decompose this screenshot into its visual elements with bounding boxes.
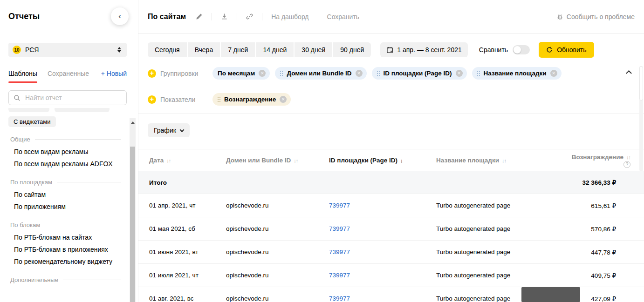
download-button[interactable] [221, 13, 228, 20]
sidebar-collapse-button[interactable]: ‹ [111, 7, 129, 25]
sidebar-title: Отчеты [8, 12, 40, 21]
cell-date: 01 июля 2021, чт [149, 272, 226, 279]
cell-page-id-link[interactable]: 739977 [329, 295, 436, 302]
chip-by-months[interactable]: По месяцам × [212, 67, 270, 80]
cell-page-id-link[interactable]: 739977 [329, 248, 436, 255]
sort-icon: ↓↑ [166, 158, 171, 163]
column-label: Домен или Bundle ID [226, 157, 291, 164]
close-icon[interactable]: × [456, 70, 463, 77]
range-14days-button[interactable]: 14 дней [255, 42, 294, 57]
save-button[interactable]: Сохранить [327, 13, 360, 20]
chart-toggle-label: График [154, 127, 176, 134]
drag-handle-icon[interactable] [477, 71, 480, 76]
sort-icon: ↓↑ [294, 158, 298, 163]
chart-toggle-button[interactable]: График [148, 123, 190, 137]
filter-chip-widgets[interactable]: С виджетами [8, 116, 56, 127]
range-today-button[interactable]: Сегодня [148, 42, 187, 57]
section-title: По блокам [10, 221, 40, 228]
report-problem-button[interactable]: Сообщить о проблеме [556, 13, 635, 20]
cell-date: 01 мая 2021, сб [149, 225, 226, 232]
close-icon[interactable]: × [280, 96, 287, 103]
section-platforms: По площадкам По сайтам По приложениям [0, 179, 138, 213]
cell-reward: 570,86 ₽ [532, 225, 644, 233]
close-icon[interactable]: × [259, 70, 266, 77]
range-30days-button[interactable]: 30 дней [294, 42, 332, 57]
cell-domain: opischevode.ru [226, 225, 329, 232]
cell-page-id-link[interactable]: 739977 [329, 272, 436, 279]
chart-toggle-row: График [138, 114, 644, 137]
drag-handle-icon[interactable] [280, 71, 283, 76]
clipped-chip[interactable] [8, 108, 49, 112]
table-header-row: Дата ↓↑ Домен или Bundle ID ↓↑ ID площад… [138, 149, 644, 171]
product-selector[interactable]: 10 РСЯ [8, 43, 127, 57]
panel-scrollbar[interactable] [639, 66, 643, 171]
section-title: Дополнительные [10, 276, 58, 283]
drag-handle-icon[interactable] [218, 97, 220, 102]
scrollbar-thumb[interactable] [130, 147, 135, 302]
column-header-date[interactable]: Дата ↓↑ [149, 157, 226, 164]
cell-date: 01 апр. 2021, чт [149, 202, 226, 209]
add-grouping-button[interactable]: + Группировки [148, 69, 212, 78]
edit-title-button[interactable] [195, 13, 203, 20]
add-metric-button[interactable]: + Показатели [148, 95, 212, 104]
divider [212, 13, 212, 20]
sidebar-item-all-ads[interactable]: По всем видам рекламы [0, 146, 138, 158]
cell-site-name: Turbo autogenerated page [436, 202, 532, 209]
range-7days-button[interactable]: 7 дней [220, 42, 255, 57]
scroll-up-icon[interactable] [131, 121, 135, 124]
sidebar-scrollbar[interactable] [130, 118, 136, 302]
compare-control: Сравнить [479, 45, 530, 54]
sidebar-item-by-apps[interactable]: По приложениям [0, 201, 138, 213]
sidebar-item-recommendation-widget[interactable]: По рекомендательному виджету [0, 255, 138, 268]
column-header-site-name[interactable]: Название площадки ↓↑ [436, 157, 532, 164]
sidebar-item-by-sites[interactable]: По сайтам [0, 188, 138, 201]
new-report-link[interactable]: + Новый [101, 70, 127, 77]
sidebar-item-all-ads-adfox[interactable]: По всем видам рекламы ADFOX [0, 158, 138, 170]
clipped-chip[interactable] [55, 108, 110, 112]
date-range-value: 1 апр. — 8 сент. 2021 [397, 46, 461, 54]
table-row: 01 июля 2021, чт opischevode.ru 739977 T… [138, 263, 644, 287]
metric-chips: Вознаграждение × [212, 93, 291, 106]
column-header-reward[interactable]: Вознаграждение ↓↑ ? [532, 151, 644, 170]
sidebar-item-rtb-apps[interactable]: По РТБ-блокам в приложениях [0, 243, 138, 255]
range-90days-button[interactable]: 90 дней [332, 42, 371, 57]
tab-templates[interactable]: Шаблоны [8, 70, 37, 83]
date-range-picker[interactable]: 1 апр. — 8 сент. 2021 [380, 42, 467, 57]
drag-handle-icon[interactable] [377, 71, 380, 76]
report-header: По сайтам [138, 0, 644, 34]
divider [262, 13, 262, 20]
section-divider [63, 280, 121, 280]
sidebar-item-rtb-sites[interactable]: По РТБ-блокам на сайтах [0, 231, 138, 243]
help-icon[interactable]: ? [623, 161, 630, 168]
compare-toggle[interactable] [513, 45, 530, 54]
cell-page-id-link[interactable]: 739977 [329, 202, 436, 209]
close-icon[interactable]: × [356, 70, 363, 77]
filters-collapse-button[interactable] [625, 68, 633, 76]
metrics-row: + Показатели Вознаграждение × [138, 80, 644, 106]
reports-app: Отчеты ‹ 10 РСЯ Шаблоны Сохраненные + Но… [0, 0, 644, 302]
scrollbar-thumb[interactable] [639, 66, 643, 101]
calendar-icon [386, 47, 393, 54]
chip-site-name[interactable]: Название площадки × [472, 67, 562, 80]
column-header-page-id[interactable]: ID площадки (Page ID) ↓ [329, 157, 436, 164]
chevron-up-icon [626, 70, 632, 76]
search-input[interactable] [24, 94, 122, 102]
toggle-knob [514, 46, 521, 54]
cell-domain: opischevode.ru [226, 248, 329, 255]
close-icon[interactable]: × [550, 70, 557, 77]
table-row: 01 июня 2021, вт opischevode.ru 739977 T… [138, 240, 644, 263]
chip-page-id[interactable]: ID площадки (Page ID) × [372, 67, 467, 80]
refresh-button[interactable]: Обновить [539, 42, 594, 58]
to-dashboard-button[interactable]: На дашборд [271, 13, 308, 20]
cell-page-id-link[interactable]: 739977 [329, 225, 436, 232]
compare-label: Сравнить [479, 46, 508, 54]
total-row: Итого 32 366,33 ₽ [138, 171, 644, 194]
range-yesterday-button[interactable]: Вчера [187, 42, 220, 57]
share-link-button[interactable] [246, 13, 253, 20]
chip-reward[interactable]: Вознаграждение × [212, 93, 291, 106]
tab-saved[interactable]: Сохраненные [48, 70, 89, 83]
column-header-domain[interactable]: Домен или Bundle ID ↓↑ [226, 157, 329, 164]
chip-label: Домен или Bundle ID [287, 70, 351, 77]
chip-domain-bundle[interactable]: Домен или Bundle ID × [275, 67, 366, 80]
report-table: Дата ↓↑ Домен или Bundle ID ↓↑ ID площад… [138, 149, 644, 302]
